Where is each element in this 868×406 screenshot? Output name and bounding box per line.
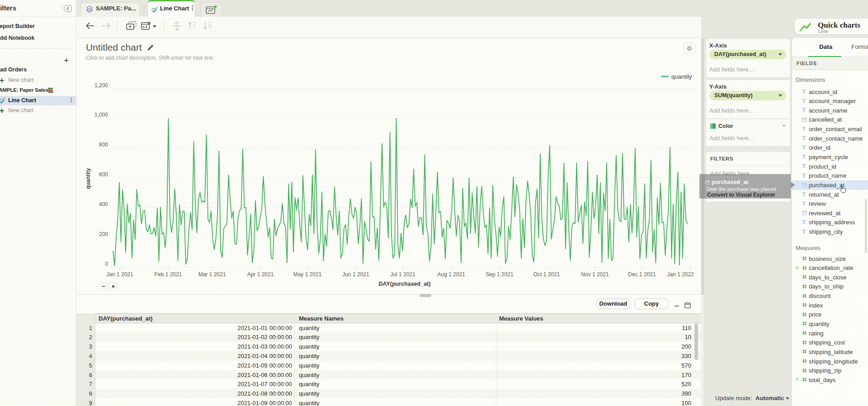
svg-text:Dec 1 2021: Dec 1 2021 bbox=[628, 271, 656, 278]
svg-text:Sep 1 2021: Sep 1 2021 bbox=[486, 271, 514, 278]
svg-text:quantity: quantity bbox=[671, 73, 692, 80]
svg-text:400: 400 bbox=[99, 201, 108, 208]
svg-text:200: 200 bbox=[99, 231, 108, 237]
svg-text:600: 600 bbox=[99, 171, 108, 178]
svg-text:Jun 1 2021: Jun 1 2021 bbox=[342, 271, 369, 278]
svg-text:1,000: 1,000 bbox=[94, 112, 108, 118]
svg-text:Feb 1 2021: Feb 1 2021 bbox=[155, 271, 182, 278]
svg-text:Apr 1 2021: Apr 1 2021 bbox=[247, 271, 274, 278]
svg-text:1,200: 1,200 bbox=[94, 82, 108, 89]
svg-text:Mar 1 2021: Mar 1 2021 bbox=[198, 271, 226, 278]
svg-text:Nov 1 2021: Nov 1 2021 bbox=[581, 271, 609, 278]
svg-text:Jul 1 2021: Jul 1 2021 bbox=[390, 271, 415, 278]
svg-text:quantity: quantity bbox=[85, 168, 91, 189]
svg-text:800: 800 bbox=[99, 142, 108, 148]
svg-text:Jan 1 2021: Jan 1 2021 bbox=[106, 271, 133, 278]
svg-text:Aug 1 2021: Aug 1 2021 bbox=[437, 271, 465, 278]
svg-text:0: 0 bbox=[105, 261, 108, 267]
svg-text:Jan 1 2022: Jan 1 2022 bbox=[667, 271, 694, 278]
svg-text:DAY(purchased_at): DAY(purchased_at) bbox=[379, 281, 431, 287]
svg-text:May 1 2021: May 1 2021 bbox=[293, 271, 322, 278]
svg-text:Oct 1 2021: Oct 1 2021 bbox=[533, 271, 560, 278]
